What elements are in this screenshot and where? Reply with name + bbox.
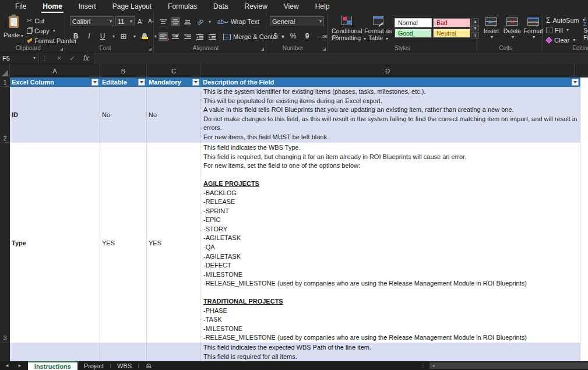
style-good[interactable]: Good <box>395 29 432 38</box>
formula-input[interactable] <box>95 52 588 64</box>
cell-e3[interactable] <box>580 143 588 343</box>
sheet-nav-right-icon[interactable]: ► <box>17 363 22 368</box>
excel-window: File Home Insert Page Layout Formulas Da… <box>0 0 588 370</box>
header-cell-editable[interactable]: Editable <box>100 77 147 87</box>
cell-c3[interactable]: YES <box>147 143 201 343</box>
grow-font-icon[interactable]: A^ <box>136 17 145 26</box>
increase-indent-icon[interactable] <box>207 32 217 41</box>
sheet-tab-wbs[interactable]: WBS <box>111 361 138 370</box>
autosum-button[interactable]: Σ AutoSum▾ <box>546 15 585 25</box>
clipboard-dialog-launcher[interactable] <box>60 48 63 51</box>
enter-icon[interactable]: ✓ <box>69 54 75 62</box>
cell-e4[interactable] <box>580 343 588 361</box>
tab-data[interactable]: Data <box>205 1 236 13</box>
font-dialog-launcher[interactable] <box>149 48 152 51</box>
filter-button-mandatory[interactable] <box>192 79 199 86</box>
tab-insert[interactable]: Insert <box>71 1 104 13</box>
column-header-a[interactable]: A <box>10 64 100 77</box>
comma-style-icon[interactable]: 9 <box>302 31 312 41</box>
decrease-indent-icon[interactable] <box>195 32 205 41</box>
cell-d3[interactable]: This field indicates the WBS Type.This f… <box>201 143 580 343</box>
tab-review[interactable]: Review <box>236 1 275 13</box>
name-box[interactable]: F5▾ <box>0 52 38 64</box>
sheet-tab-project[interactable]: Project <box>78 361 110 370</box>
filter-button-description[interactable] <box>572 79 579 86</box>
style-bad[interactable]: Bad <box>433 18 470 27</box>
percent-style-icon[interactable]: % <box>288 31 298 41</box>
cell-d4[interactable]: This field indicates the expected WBS Pa… <box>201 343 580 361</box>
alignment-dialog-launcher[interactable] <box>261 48 264 51</box>
tabbar-resize-handle[interactable]: ⋮ <box>417 362 429 369</box>
number-dialog-launcher[interactable] <box>323 48 326 51</box>
increase-decimal-icon[interactable]: ←.00 <box>316 31 327 41</box>
underline-button[interactable]: U <box>98 31 107 41</box>
column-header-c[interactable]: C <box>147 64 201 77</box>
cancel-icon[interactable]: × <box>57 54 61 62</box>
row-header-3[interactable]: 3 <box>0 143 10 343</box>
tab-help[interactable]: Help <box>307 1 338 13</box>
style-normal[interactable]: Normal <box>395 18 432 27</box>
cell-a2[interactable]: ID <box>10 87 100 143</box>
header-cell-mandatory[interactable]: Mandatory <box>147 77 201 87</box>
cell-text-line: -MILESTONE <box>203 270 580 280</box>
tab-home[interactable]: Home <box>34 1 70 13</box>
delete-cells-button[interactable]: ✕ Delete ▾ <box>502 16 523 40</box>
column-header-d[interactable]: D <box>201 64 575 77</box>
align-center-icon[interactable] <box>171 32 180 41</box>
horizontal-scrollbar[interactable]: ◄ <box>429 362 588 369</box>
cell-text-line: This field indicates the WBS Type. <box>203 143 580 153</box>
row-header-1[interactable]: 1 <box>0 77 10 87</box>
tab-view[interactable]: View <box>276 1 307 13</box>
cell-c2[interactable]: No <box>147 87 201 143</box>
row-header-2[interactable]: 2 <box>0 87 10 143</box>
italic-button[interactable]: I <box>84 31 94 41</box>
align-middle-icon[interactable] <box>171 17 180 26</box>
align-right-icon[interactable] <box>183 32 192 41</box>
cell-b4[interactable] <box>100 343 147 361</box>
orientation-icon[interactable]: ab <box>193 15 206 28</box>
format-cells-button[interactable]: Format ▾ <box>523 16 544 40</box>
tab-formulas[interactable]: Formulas <box>160 1 205 13</box>
scroll-left-icon[interactable]: ◄ <box>429 364 437 368</box>
sheet-tab-instructions[interactable]: Instructions <box>28 361 78 370</box>
filter-button-excel-column[interactable] <box>91 79 98 86</box>
borders-icon[interactable]: ⊞ <box>119 31 128 41</box>
filter-button-editable[interactable] <box>138 79 145 86</box>
fill-button[interactable]: ↓ Fill▾ <box>546 25 585 35</box>
namebox-divider-handle[interactable]: ⋮ <box>38 55 51 61</box>
cell-e2[interactable] <box>580 87 588 143</box>
font-name-combo[interactable]: Calibri▾ <box>70 16 114 26</box>
cell-d2[interactable]: This is the system identifier for existi… <box>201 87 580 143</box>
header-cell-description[interactable]: Description of the Field <box>201 77 580 87</box>
align-top-icon[interactable] <box>159 17 168 26</box>
select-all-corner[interactable] <box>0 64 10 77</box>
format-as-table-button[interactable]: Format asTable ▾ <box>364 16 392 41</box>
conditional-formatting-button[interactable]: ConditionalFormatting ▾ <box>332 16 362 41</box>
cell-a4[interactable] <box>10 343 100 361</box>
cell-a3[interactable]: Type <box>10 143 100 343</box>
cell-c4[interactable] <box>147 343 201 361</box>
header-cell-excel-column[interactable]: Excel Column <box>10 77 100 87</box>
insert-function-icon[interactable]: fx <box>83 54 89 62</box>
fill-color-icon[interactable] <box>140 31 149 41</box>
column-header-b[interactable]: B <box>100 64 147 77</box>
insert-cells-button[interactable]: ⇤ Insert ▾ <box>481 16 502 40</box>
align-left-icon[interactable] <box>159 32 168 41</box>
font-size-combo[interactable]: 11▾ <box>115 16 135 26</box>
tab-page-layout[interactable]: Page Layout <box>104 1 160 13</box>
cell-b3[interactable]: YES <box>100 143 147 343</box>
align-bottom-icon[interactable] <box>183 17 192 26</box>
column-header-e[interactable] <box>575 64 588 77</box>
style-neutral[interactable]: Neutral <box>433 29 470 38</box>
row-header-4[interactable] <box>0 343 10 361</box>
bold-button[interactable]: B <box>71 31 80 41</box>
wrap-text-button[interactable]: ab↩ Wrap Text <box>217 18 259 25</box>
tab-file[interactable]: File <box>7 1 34 13</box>
accounting-format-icon[interactable]: $ <box>271 31 280 41</box>
sheet-nav-left-icon[interactable]: ◄ <box>5 363 9 368</box>
clear-button[interactable]: Clear▾ <box>546 35 585 45</box>
number-format-combo[interactable]: General▾ <box>270 16 324 26</box>
new-sheet-icon[interactable]: ⊕ <box>139 361 159 370</box>
alignment-group-label: Alignment <box>154 45 258 51</box>
cell-b2[interactable]: No <box>100 87 147 143</box>
